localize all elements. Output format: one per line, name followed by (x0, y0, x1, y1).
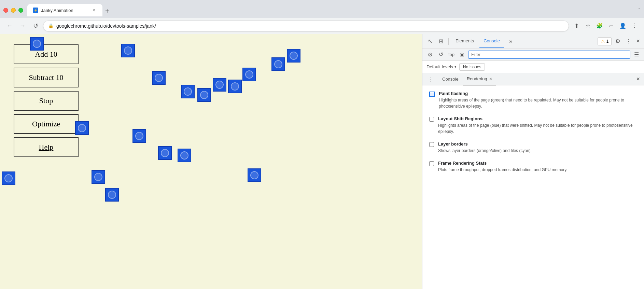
animated-square (2, 171, 15, 185)
animated-square (287, 49, 300, 63)
circle-icon: ⊘ (428, 51, 432, 58)
extensions-button[interactable]: 🧩 (594, 20, 605, 31)
nav-bar: ← → ↺ 🔒 googlechrome.github.io/devtools-… (0, 18, 644, 34)
animated-square (242, 68, 256, 81)
page-buttons: Add 10 Subtract 10 Stop Optimize Help (14, 44, 79, 161)
bookmark-button[interactable]: ☆ (583, 20, 593, 31)
paint-flashing-checkbox[interactable] (429, 92, 435, 97)
tab-console[interactable]: Console (479, 34, 504, 48)
layout-shift-content: Layout Shift Regions Highlights areas of… (438, 116, 637, 135)
maximize-traffic-light[interactable] (18, 8, 23, 13)
paint-flashing-title: Paint flashing (439, 91, 637, 96)
layout-shift-checkbox[interactable] (429, 117, 434, 122)
main-area: Add 10 Subtract 10 Stop Optimize Help (0, 34, 644, 289)
optimize-button[interactable]: Optimize (14, 114, 79, 134)
close-traffic-light[interactable] (3, 8, 8, 13)
window-controls: ˅ (638, 8, 641, 13)
refresh-button[interactable]: ↺ (436, 50, 446, 59)
clear-console-button[interactable]: ⊘ (425, 50, 435, 59)
rendering-tab-close-button[interactable]: × (489, 76, 492, 82)
refresh-icon: ↺ (439, 51, 443, 58)
animated-square (92, 170, 105, 184)
warning-icon: ⚠ (601, 39, 605, 44)
devtools-more-button[interactable]: ⋮ (624, 37, 633, 46)
eye-icon: ◉ (460, 51, 464, 58)
frame-rendering-desc: Plots frame throughput, dropped frames d… (438, 167, 637, 173)
tab-title: Janky Animation (41, 8, 73, 13)
more-tabs-button[interactable]: » (506, 37, 516, 46)
paint-flashing-content: Paint flashing Highlights areas of the p… (439, 91, 637, 109)
forward-button[interactable]: → (17, 20, 28, 31)
drawer-tab-console[interactable]: Console (438, 73, 463, 85)
animated-square (30, 37, 44, 51)
animated-square (213, 78, 226, 92)
animated-square (181, 85, 195, 98)
frame-rendering-content: Frame Rendering Stats Plots frame throug… (438, 161, 637, 173)
cast-button[interactable]: ▭ (606, 20, 617, 31)
subtract-10-button[interactable]: Subtract 10 (14, 68, 79, 87)
url-text: googlechrome.github.io/devtools-samples/… (56, 23, 564, 29)
more-button[interactable]: ⋮ (629, 20, 640, 31)
window-chevron[interactable]: ˅ (638, 8, 641, 13)
stop-button[interactable]: Stop (14, 91, 79, 111)
active-tab[interactable]: Janky Animation × (27, 4, 102, 16)
layer-borders-content: Layer borders Shows layer borders (orang… (438, 141, 637, 154)
tab-close-button[interactable]: × (91, 7, 97, 13)
animated-square (132, 129, 146, 143)
drawer-tab-rendering[interactable]: Rendering × (463, 73, 496, 85)
eye-button[interactable]: ◉ (457, 50, 467, 59)
animated-square (248, 168, 261, 182)
reload-button[interactable]: ↺ (30, 20, 41, 31)
warning-badge[interactable]: ⚠ 1 (598, 37, 612, 45)
animated-square (197, 88, 211, 102)
default-levels-label: Default levels (426, 64, 453, 69)
profile-button[interactable]: 👤 (617, 20, 628, 31)
devtools-levels-bar: Default levels ▾ No Issues (422, 61, 644, 73)
layer-borders-title: Layer borders (438, 141, 637, 147)
device-toolbar-button[interactable]: ⊞ (436, 37, 446, 46)
back-button[interactable]: ← (4, 20, 15, 31)
default-levels-dropdown[interactable]: Default levels ▾ (426, 64, 457, 69)
add-10-button[interactable]: Add 10 (14, 44, 79, 64)
drawer-more-button[interactable]: ⋮ (425, 74, 437, 84)
help-button[interactable]: Help (14, 137, 79, 157)
layer-borders-desc: Shows layer borders (orange/olive) and t… (438, 148, 637, 154)
drawer-close-button[interactable]: × (635, 74, 641, 84)
address-bar[interactable]: 🔒 googlechrome.github.io/devtools-sample… (43, 20, 569, 31)
paint-flashing-desc: Highlights areas of the page (green) tha… (439, 97, 637, 109)
levels-chevron-icon: ▾ (454, 65, 457, 69)
frame-rendering-title: Frame Rendering Stats (438, 161, 637, 166)
context-selector[interactable]: top (447, 52, 456, 57)
lock-icon: 🔒 (48, 23, 54, 28)
animated-square (121, 44, 135, 57)
layer-borders-checkbox[interactable] (429, 142, 434, 147)
no-issues-button[interactable]: No Issues (459, 63, 485, 71)
device-icon: ⊞ (439, 38, 443, 44)
minimize-traffic-light[interactable] (11, 8, 16, 13)
layout-shift-option: Layout Shift Regions Highlights areas of… (429, 116, 637, 135)
layout-shift-desc: Highlights areas of the page (blue) that… (438, 122, 637, 135)
settings-button[interactable]: ⚙ (613, 37, 622, 46)
browser-chrome: Janky Animation × + ˅ ← → ↺ 🔒 googlechro… (0, 0, 644, 289)
layout-shift-title: Layout Shift Regions (438, 116, 637, 121)
animated-square (228, 80, 242, 93)
page-content: Add 10 Subtract 10 Stop Optimize Help (0, 34, 422, 289)
animated-square (105, 188, 119, 202)
tabs-area: Janky Animation × + (27, 4, 635, 16)
frame-rendering-checkbox[interactable] (429, 161, 434, 166)
animated-square (178, 149, 191, 162)
layer-borders-option: Layer borders Shows layer borders (orang… (429, 141, 637, 154)
animated-square (271, 57, 285, 71)
devtools-panel: ↖ ⊞ Elements Console » ⚠ 1 ⚙ (422, 34, 644, 289)
animated-square (75, 121, 89, 135)
new-tab-button[interactable]: + (102, 6, 112, 16)
sidebar-toggle-button[interactable]: ☰ (632, 50, 641, 59)
filter-input[interactable] (468, 51, 630, 59)
devtools-close-button[interactable]: × (635, 36, 641, 46)
animated-square (158, 146, 172, 160)
inspect-element-button[interactable]: ↖ (425, 37, 435, 46)
tab-favicon (33, 8, 38, 13)
tab-elements[interactable]: Elements (451, 34, 478, 48)
devtools-toolbar: ↖ ⊞ Elements Console » ⚠ 1 ⚙ (422, 34, 644, 49)
share-button[interactable]: ⬆ (571, 20, 582, 31)
